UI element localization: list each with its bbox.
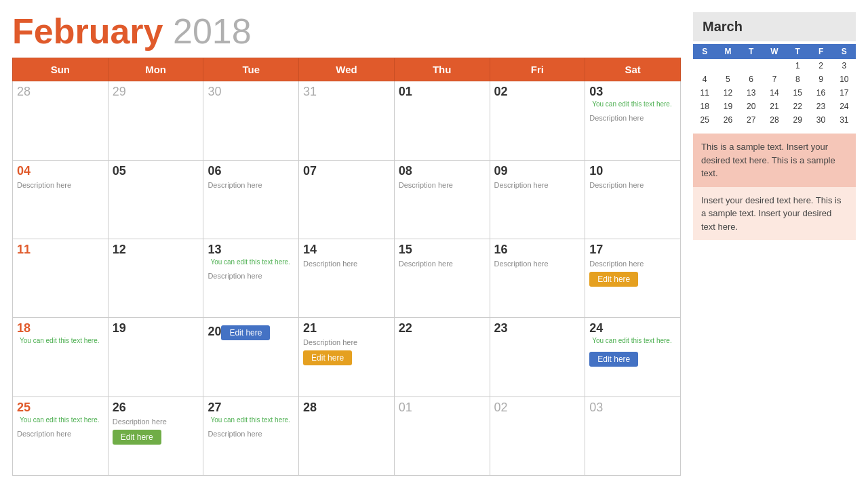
day-number: 09 (494, 164, 508, 178)
month-title: February 2018 (12, 12, 681, 51)
day-number: 02 (494, 85, 508, 99)
day-number: 06 (208, 164, 221, 178)
year-label: 2018 (173, 12, 252, 51)
main-area: February 2018 SunMonTueWedThuFriSat 2829… (12, 12, 681, 476)
sidebar-text1: This is a sample text. Insert your desir… (693, 134, 856, 187)
mini-cal-day: 5 (716, 73, 739, 86)
mini-cal-header: S (833, 44, 856, 59)
mini-cal-header: S (693, 44, 716, 59)
description-text: Description here (589, 114, 676, 122)
edit-button[interactable]: Edit here (113, 430, 161, 445)
day-number: 10 (589, 164, 603, 178)
calendar-week-row: 04Description here0506Description here07… (13, 160, 681, 239)
calendar-cell: 25You can edit this text here.Descriptio… (13, 396, 108, 475)
day-number: 29 (113, 85, 126, 99)
calendar-cell: 10Description here (585, 160, 681, 239)
mini-cal-day: 18 (693, 100, 716, 113)
day-number: 03 (589, 401, 603, 415)
mini-cal-day (763, 59, 786, 73)
description-text: Description here (17, 430, 104, 438)
sidebar-text2: Insert your desired text here. This is a… (693, 187, 856, 241)
mini-cal-day: 6 (740, 73, 763, 86)
day-number: 23 (494, 321, 508, 336)
calendar-cell: 16Description here (490, 239, 585, 317)
edit-button[interactable]: Edit here (589, 352, 638, 367)
day-number: 25 (17, 401, 31, 415)
mini-cal-day: 20 (740, 100, 763, 113)
calendar-cell: 15Description here (394, 239, 490, 317)
day-number: 15 (399, 243, 412, 257)
mini-cal-header: F (809, 44, 832, 59)
calendar-cell: 19 (108, 318, 203, 396)
calendar-cell: 30 (203, 81, 299, 160)
calendar-week-row: 28293031010203You can edit this text her… (13, 81, 681, 160)
day-number: 22 (399, 321, 412, 336)
description-text: Description here (303, 338, 390, 346)
calendar-cell: 31 (299, 81, 395, 160)
day-number: 24 (589, 321, 603, 336)
mini-cal-header: W (763, 44, 786, 59)
description-text: Description here (399, 260, 486, 268)
weekday-header: Mon (108, 58, 203, 81)
mini-cal-day: 8 (786, 73, 809, 86)
weekday-header: Fri (490, 58, 585, 81)
edit-button[interactable]: Edit here (589, 272, 638, 287)
day-number: 07 (303, 164, 317, 178)
mini-cal-header: T (740, 44, 763, 59)
description-text: Description here (589, 181, 676, 189)
mini-cal-day: 10 (833, 73, 856, 86)
mini-cal-day: 30 (809, 113, 832, 127)
calendar-cell: 04Description here (13, 160, 108, 239)
calendar-cell: 01 (394, 396, 490, 475)
mini-cal-day (740, 59, 763, 73)
mini-cal-day: 23 (809, 100, 832, 113)
description-text: Description here (303, 260, 390, 268)
edit-button[interactable]: Edit here (221, 325, 270, 340)
mini-cal-day: 28 (763, 113, 786, 127)
mini-cal-day (716, 59, 739, 73)
day-number: 26 (113, 401, 126, 415)
calendar-cell: 03You can edit this text here.Descriptio… (585, 81, 681, 160)
mini-cal-day: 19 (716, 100, 739, 113)
day-number: 08 (399, 164, 412, 178)
calendar-cell: 22 (394, 318, 490, 396)
can-edit-text: You can edit this text here. (20, 416, 100, 424)
day-number: 11 (17, 243, 31, 257)
mini-cal-day: 24 (833, 100, 856, 113)
day-number: 18 (17, 321, 31, 336)
calendar-cell: 01 (394, 81, 490, 160)
day-number: 05 (113, 164, 126, 178)
calendar-cell: 24You can edit this text here.Edit here (585, 318, 681, 396)
mini-cal-day: 31 (833, 113, 856, 127)
description-text: Description here (113, 418, 199, 426)
calendar-cell: 03 (585, 396, 681, 475)
mini-calendar: SMTWTFS 12345678910111213141516171819202… (693, 44, 856, 127)
calendar-cell: 21Description hereEdit here (299, 318, 395, 396)
edit-button[interactable]: Edit here (303, 350, 352, 365)
calendar-cell: 20Edit here (203, 318, 299, 396)
day-number: 16 (494, 243, 508, 257)
calendar-cell: 18You can edit this text here. (13, 318, 108, 396)
weekday-header: Sun (13, 58, 108, 81)
day-number: 01 (399, 85, 412, 99)
can-edit-text: You can edit this text here. (210, 258, 290, 266)
calendar-cell: 23 (490, 318, 585, 396)
calendar-cell: 17Description hereEdit here (585, 239, 681, 317)
mini-cal-header: M (716, 44, 739, 59)
description-text: Description here (399, 181, 486, 189)
mini-cal-day: 11 (693, 86, 716, 100)
description-text: Description here (17, 181, 104, 189)
description-text: Description here (494, 260, 581, 268)
day-number: 28 (17, 85, 31, 99)
day-number: 20 (208, 325, 221, 339)
day-number: 27 (208, 401, 221, 415)
mini-cal-day: 9 (809, 73, 832, 86)
calendar-cell: 26Description hereEdit here (108, 396, 203, 475)
can-edit-text: You can edit this text here. (592, 100, 672, 108)
weekday-header: Sat (585, 58, 681, 81)
calendar-cell: 02 (490, 81, 585, 160)
day-number: 17 (589, 243, 603, 257)
calendar-cell: 11 (13, 239, 108, 317)
sidebar: March SMTWTFS 12345678910111213141516171… (693, 12, 856, 476)
weekday-header: Wed (299, 58, 395, 81)
